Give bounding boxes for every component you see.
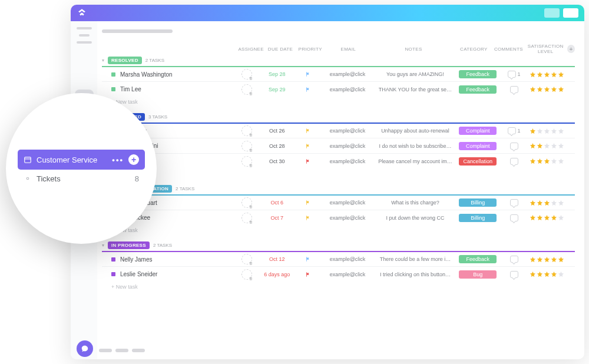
- notes-cell[interactable]: I put down the wrong CC: [373, 215, 458, 221]
- new-task-button[interactable]: + New task: [102, 282, 575, 290]
- notes-cell[interactable]: You guys are AMAZING!: [373, 71, 458, 77]
- task-row[interactable]: Marsha WashingtonSep 28example@clickYou …: [102, 66, 575, 81]
- satisfaction-cell[interactable]: [530, 200, 575, 206]
- email-cell[interactable]: example@click: [322, 200, 373, 206]
- due-date-cell[interactable]: Oct 12: [260, 256, 294, 262]
- task-name[interactable]: Nelly James: [120, 256, 233, 263]
- priority-cell[interactable]: [294, 158, 322, 165]
- priority-cell[interactable]: [294, 143, 322, 150]
- task-name[interactable]: Tim Lee: [120, 86, 233, 92]
- task-row[interactable]: Leslie Sneider6 days agoexample@clickI t…: [102, 266, 575, 282]
- space-row[interactable]: Customer Service ••• +: [18, 150, 145, 170]
- new-task-button[interactable]: + New task: [102, 168, 575, 177]
- comments-cell[interactable]: [498, 199, 530, 206]
- add-column-button[interactable]: +: [567, 45, 575, 53]
- due-date-cell[interactable]: Oct 30: [260, 158, 294, 164]
- comments-cell[interactable]: 1: [498, 71, 530, 78]
- satisfaction-cell[interactable]: [530, 143, 575, 149]
- col-satisfaction[interactable]: SATISFACTION LEVEL: [524, 44, 567, 54]
- assignee-cell[interactable]: [233, 156, 260, 167]
- task-row[interactable]: Tessa AntoniniOct 28example@clickI do no…: [102, 138, 575, 153]
- task-name[interactable]: Leslie Sneider: [120, 271, 233, 277]
- new-task-button[interactable]: + New task: [102, 97, 575, 105]
- chat-fab-button[interactable]: [77, 340, 93, 357]
- assignee-cell[interactable]: [233, 84, 260, 95]
- assignee-cell[interactable]: [233, 69, 260, 80]
- chevron-down-icon[interactable]: ▾: [102, 58, 104, 63]
- due-date-cell[interactable]: Oct 26: [260, 128, 294, 134]
- priority-cell[interactable]: [294, 86, 322, 93]
- satisfaction-cell[interactable]: [530, 271, 575, 277]
- col-notes[interactable]: NOTES: [373, 47, 454, 52]
- due-date-cell[interactable]: 6 days ago: [260, 272, 294, 277]
- email-cell[interactable]: example@click: [322, 215, 373, 221]
- due-date-cell[interactable]: Sep 28: [260, 71, 294, 77]
- email-cell[interactable]: example@click: [322, 87, 373, 92]
- due-date-cell[interactable]: Sep 29: [260, 87, 294, 92]
- assignee-cell[interactable]: [233, 213, 260, 223]
- priority-cell[interactable]: [294, 71, 322, 78]
- due-date-cell[interactable]: Oct 7: [260, 215, 294, 221]
- window-max-button[interactable]: [563, 8, 578, 18]
- task-name[interactable]: Marsha Washington: [120, 71, 233, 78]
- satisfaction-cell[interactable]: [530, 128, 575, 134]
- category-cell[interactable]: Feedback: [458, 255, 498, 263]
- notes-cell[interactable]: THANK YOU for the great se…: [373, 87, 458, 92]
- task-row[interactable]: Natalie PatelOct 30example@clickPlease c…: [102, 153, 575, 168]
- satisfaction-cell[interactable]: [530, 214, 575, 221]
- assignee-cell[interactable]: [233, 254, 260, 264]
- notes-cell[interactable]: Unhappy about auto-renewal: [373, 128, 458, 134]
- category-cell[interactable]: Billing: [458, 214, 498, 222]
- col-category[interactable]: CATEGORY: [454, 47, 493, 52]
- email-cell[interactable]: example@click: [322, 158, 373, 164]
- col-email[interactable]: EMAIL: [324, 47, 373, 52]
- due-date-cell[interactable]: Oct 6: [260, 200, 294, 206]
- priority-cell[interactable]: [294, 127, 322, 134]
- email-cell[interactable]: example@click: [322, 71, 373, 77]
- col-comments[interactable]: COMMENTS: [494, 47, 524, 52]
- email-cell[interactable]: example@click: [322, 256, 373, 262]
- group-header[interactable]: ▾RESOLVED2 TASKS: [102, 57, 575, 64]
- col-assignee[interactable]: ASSIGNEE: [238, 47, 264, 52]
- comments-cell[interactable]: [498, 86, 530, 93]
- notes-cell[interactable]: What is this charge?: [373, 200, 458, 206]
- task-row[interactable]: Tom MckeeOct 7example@clickI put down th…: [102, 210, 575, 225]
- email-cell[interactable]: example@click: [322, 143, 373, 149]
- email-cell[interactable]: example@click: [322, 272, 373, 277]
- col-due-date[interactable]: DUE DATE: [264, 47, 296, 52]
- comments-cell[interactable]: [498, 256, 530, 263]
- category-cell[interactable]: Complaint: [458, 127, 498, 135]
- add-list-button[interactable]: +: [128, 154, 139, 165]
- group-header[interactable]: ▾NEEDS CLARIFICATION2 TASKS: [102, 185, 575, 193]
- comments-cell[interactable]: [498, 214, 530, 221]
- comments-cell[interactable]: 1: [498, 127, 530, 134]
- satisfaction-cell[interactable]: [530, 86, 575, 92]
- category-cell[interactable]: Complaint: [458, 142, 498, 150]
- space-menu-button[interactable]: •••: [112, 155, 124, 164]
- notes-cell[interactable]: There could be a few more i…: [373, 256, 458, 262]
- category-cell[interactable]: Billing: [458, 198, 498, 207]
- satisfaction-cell[interactable]: [530, 158, 575, 164]
- assignee-cell[interactable]: [233, 269, 260, 280]
- priority-cell[interactable]: [294, 256, 322, 263]
- category-cell[interactable]: Feedback: [458, 85, 498, 94]
- email-cell[interactable]: example@click: [322, 128, 373, 134]
- comments-cell[interactable]: [498, 143, 530, 150]
- assignee-cell[interactable]: [233, 125, 260, 136]
- notes-cell[interactable]: I do not wish to be subscribe…: [373, 143, 458, 149]
- task-row[interactable]: Tim LeeSep 29example@clickTHANK YOU for …: [102, 81, 575, 97]
- satisfaction-cell[interactable]: [530, 71, 575, 78]
- group-header[interactable]: ▾IN PROGRESS2 TASKS: [102, 241, 575, 249]
- group-header[interactable]: ▾ESCALATED3 TASKS: [102, 113, 575, 121]
- task-row[interactable]: Kylie ParkOct 26example@clickUnhappy abo…: [102, 123, 575, 138]
- satisfaction-cell[interactable]: [530, 256, 575, 263]
- new-task-button[interactable]: + New task: [102, 225, 575, 233]
- col-priority[interactable]: PRIORITY: [297, 47, 324, 52]
- task-row[interactable]: Nelly JamesOct 12example@clickThere coul…: [102, 251, 575, 266]
- list-row[interactable]: Tickets 8: [18, 170, 145, 187]
- priority-cell[interactable]: [294, 271, 322, 278]
- assignee-cell[interactable]: [233, 197, 260, 208]
- comments-cell[interactable]: [498, 271, 530, 278]
- task-row[interactable]: Jessica StuartOct 6example@clickWhat is …: [102, 194, 575, 210]
- category-cell[interactable]: Cancellation: [458, 157, 498, 166]
